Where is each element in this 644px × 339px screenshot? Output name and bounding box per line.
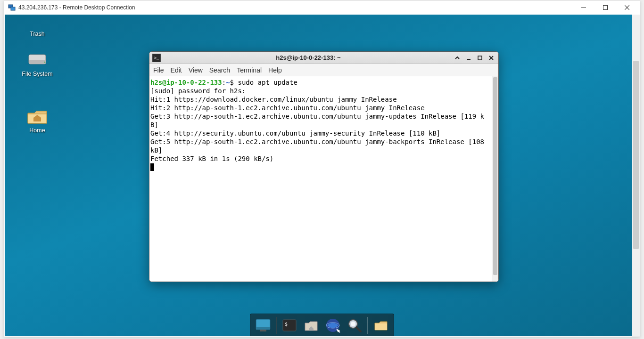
prompt-symbol: $ <box>230 79 234 86</box>
svg-rect-14 <box>256 327 270 330</box>
svg-rect-10 <box>478 56 482 60</box>
prompt-user: h2s@ip-10-0-22-133 <box>150 79 222 86</box>
terminal-scrollbar-thumb[interactable] <box>493 77 497 275</box>
terminal-line: Fetched 337 kB in 1s (290 kB/s) <box>150 155 273 162</box>
xfce-panel: $_ <box>250 314 394 336</box>
terminal-line: Get:3 http://ap-south-1.ec2.archive.ubun… <box>150 113 484 129</box>
terminal-app-icon: >_ <box>152 54 161 62</box>
close-button[interactable] <box>616 0 638 15</box>
maximize-button[interactable] <box>476 54 484 62</box>
prompt-path: ~ <box>226 79 230 86</box>
desktop-icon-filesystem[interactable]: File System <box>16 50 58 77</box>
minimize-button[interactable] <box>464 54 473 62</box>
menu-terminal[interactable]: Terminal <box>237 66 262 74</box>
svg-text:$_: $_ <box>285 322 291 327</box>
terminal-icon[interactable]: $_ <box>280 316 299 335</box>
desktop-icon-label: Trash <box>16 31 58 37</box>
rdc-app-icon <box>8 4 16 11</box>
terminal-window[interactable]: >_ h2s@ip-10-0-22-133: ~ <box>149 51 499 282</box>
menu-help[interactable]: Help <box>268 66 282 74</box>
drive-icon <box>26 50 49 69</box>
svg-point-8 <box>44 62 46 63</box>
panel-separator <box>276 317 277 334</box>
close-button[interactable] <box>487 54 495 62</box>
svg-rect-15 <box>260 330 266 331</box>
svg-line-23 <box>356 327 361 331</box>
svg-point-22 <box>351 322 355 326</box>
terminal-line: [sudo] password for h2s: <box>150 87 246 95</box>
terminal-content[interactable]: h2s@ip-10-0-22-133:~$ sudo apt update [s… <box>149 76 492 282</box>
terminal-body: h2s@ip-10-0-22-133:~$ sudo apt update [s… <box>149 76 498 282</box>
show-desktop-icon[interactable] <box>253 316 273 335</box>
maximize-button[interactable] <box>594 0 616 15</box>
rdc-window: 43.204.236.173 - Remote Desktop Connecti… <box>4 0 640 337</box>
folder-icon[interactable] <box>371 316 391 335</box>
shade-button[interactable] <box>453 54 462 62</box>
rdc-scrollbar[interactable] <box>632 15 640 337</box>
file-manager-icon[interactable] <box>301 316 321 335</box>
rdc-title: 43.204.236.173 - Remote Desktop Connecti… <box>18 4 573 11</box>
rdc-titlebar[interactable]: 43.204.236.173 - Remote Desktop Connecti… <box>4 0 640 15</box>
terminal-menubar: File Edit View Search Terminal Help <box>149 64 498 76</box>
rdc-scrollbar-thumb[interactable] <box>633 61 639 249</box>
desktop-icon-home[interactable]: Home <box>16 106 58 134</box>
prompt-command: sudo apt update <box>238 79 297 86</box>
menu-search[interactable]: Search <box>209 66 230 74</box>
terminal-line: Get:4 http://security.ubuntu.com/ubuntu … <box>150 129 440 137</box>
panel-separator <box>367 317 368 334</box>
trash-icon <box>26 15 49 29</box>
menu-file[interactable]: File <box>153 66 164 74</box>
svg-rect-3 <box>603 6 608 10</box>
terminal-titlebar[interactable]: >_ h2s@ip-10-0-22-133: ~ <box>149 52 498 64</box>
terminal-scrollbar[interactable] <box>492 76 498 282</box>
terminal-line: Get:5 http://ap-south-1.ec2.archive.ubun… <box>150 138 488 154</box>
app-finder-icon[interactable] <box>345 316 364 335</box>
menu-view[interactable]: View <box>189 66 203 74</box>
svg-rect-1 <box>11 7 15 10</box>
web-browser-icon[interactable] <box>323 316 343 335</box>
menu-edit[interactable]: Edit <box>171 66 182 74</box>
terminal-cursor <box>150 163 154 171</box>
desktop-icon-label: Home <box>16 127 58 134</box>
remote-desktop[interactable]: Trash File System Home >_ h2s@ip-10-0-22… <box>5 15 639 336</box>
desktop-icon-label: File System <box>16 71 58 77</box>
desktop-icon-trash[interactable]: Trash <box>16 15 58 37</box>
terminal-title: h2s@ip-10-0-22-133: ~ <box>164 54 453 61</box>
terminal-line: Hit:1 https://download.docker.com/linux/… <box>150 96 397 103</box>
home-folder-icon <box>26 106 49 125</box>
svg-rect-7 <box>29 60 46 64</box>
minimize-button[interactable] <box>573 0 594 15</box>
terminal-line: Hit:2 http://ap-south-1.ec2.archive.ubun… <box>150 104 425 112</box>
